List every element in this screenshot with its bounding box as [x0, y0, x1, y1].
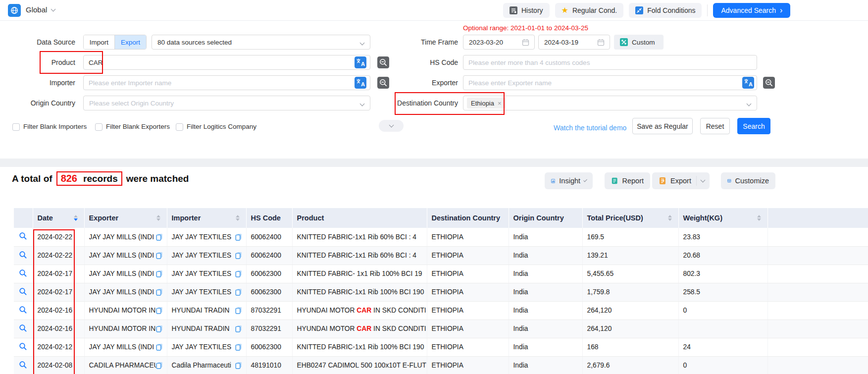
filter-blank-exporters-checkbox[interactable] [95, 123, 102, 131]
copy-icon[interactable] [235, 233, 242, 241]
reset-button[interactable]: Reset [700, 118, 730, 134]
table-row: 2024-02-17JAY JAY MILLS (INDI JAY JAY TE… [14, 283, 868, 301]
sort-caret-icon[interactable] [74, 215, 78, 221]
col-importer[interactable]: Importer [167, 208, 246, 228]
copy-icon[interactable] [156, 362, 163, 369]
origin-country-select[interactable]: Please select Origin Country [83, 96, 370, 110]
magnifier-icon[interactable] [19, 232, 27, 240]
destination-country-select[interactable] [463, 96, 757, 110]
collapse-form-button[interactable] [379, 120, 404, 132]
cell-total-price: 2,679.6 [582, 356, 678, 374]
regular-cond-button[interactable]: ★ Regular Cond. [555, 3, 624, 18]
advanced-search-button[interactable]: Advanced Search › [713, 3, 790, 18]
row-detail-button[interactable] [14, 338, 33, 356]
copy-icon[interactable] [235, 270, 242, 277]
row-detail-button[interactable] [14, 228, 33, 246]
copy-icon[interactable] [235, 362, 242, 369]
magnifier-icon[interactable] [19, 251, 27, 259]
product-input[interactable] [83, 55, 370, 70]
history-button[interactable]: History [503, 3, 550, 18]
copy-icon[interactable] [156, 325, 163, 332]
col-total-price-usd-[interactable]: Total Price(USD) [582, 208, 678, 228]
copy-icon[interactable] [156, 343, 163, 351]
cell-importer: JAY JAY TEXTILES [167, 283, 246, 301]
tutorial-link[interactable]: Watch the tutorial demo [554, 124, 626, 132]
sort-caret-icon[interactable] [668, 215, 672, 221]
filter-logitics-company-checkbox[interactable] [176, 123, 183, 131]
magnifier-icon[interactable] [19, 361, 27, 369]
row-detail-button[interactable] [14, 356, 33, 374]
cell-exporter-text: CADILA PHARMACEUT [89, 362, 156, 369]
region-selector[interactable]: Global [26, 5, 47, 14]
copy-icon[interactable] [156, 307, 163, 314]
chevron-down-icon[interactable] [51, 7, 56, 12]
export-button[interactable]: Export [652, 172, 710, 189]
date-start-input[interactable]: 2023-03-20 [463, 35, 535, 50]
destination-tag-ethiopia[interactable]: Ethiopia × [467, 98, 506, 108]
row-detail-button[interactable] [14, 265, 33, 283]
row-detail-button[interactable] [14, 283, 33, 301]
cell-exporter: HYUNDAI MOTOR IND [84, 301, 167, 320]
col-date[interactable]: Date [33, 208, 84, 228]
magnifier-icon[interactable] [19, 324, 27, 332]
row-detail-button[interactable] [14, 320, 33, 338]
cell-weight: 20.68 [678, 246, 767, 265]
magnifier-minus-icon[interactable] [763, 77, 775, 89]
cell-importer-text: JAY JAY TEXTILES [172, 270, 232, 277]
cell-importer-text: HYUNDAI TRADIN [172, 307, 230, 314]
magnifier-icon[interactable] [19, 306, 27, 314]
optional-range-note: Optional range: 2021-01-01 to 2024-03-25 [463, 24, 588, 32]
copy-icon[interactable] [235, 343, 242, 351]
row-detail-button[interactable] [14, 246, 33, 265]
custom-range-button[interactable]: Custom [614, 35, 664, 50]
cell-exporter: JAY JAY MILLS (INDI [84, 228, 167, 246]
importer-input[interactable] [83, 75, 370, 90]
export-options-button[interactable] [697, 180, 710, 182]
magnifier-icon[interactable] [19, 287, 27, 296]
save-as-regular-button[interactable]: Save as Regular [632, 118, 693, 134]
magnifier-icon[interactable] [19, 269, 27, 277]
cell-origin-country: India [509, 320, 582, 338]
fold-conditions-button[interactable]: Fold Conditions [629, 3, 702, 18]
cell-exporter-text: JAY JAY MILLS (INDI [89, 270, 154, 277]
translate-icon[interactable]: A [742, 77, 754, 89]
magnifier-icon[interactable] [19, 342, 27, 351]
copy-icon[interactable] [235, 252, 242, 259]
search-button[interactable]: Search [737, 118, 770, 134]
copy-icon[interactable] [235, 307, 242, 314]
date-end-input[interactable]: 2024-03-19 [538, 35, 610, 50]
filter-blank-importers-checkbox[interactable] [12, 123, 20, 131]
sort-caret-icon[interactable] [156, 215, 160, 221]
copy-icon[interactable] [156, 288, 163, 296]
col-exporter[interactable]: Exporter [84, 208, 167, 228]
keyword-highlight: CAR [357, 307, 371, 314]
copy-icon[interactable] [156, 270, 163, 277]
row-detail-button[interactable] [14, 301, 33, 320]
exporter-input[interactable] [463, 75, 757, 90]
insight-button[interactable]: Insight [545, 172, 593, 189]
data-sources-select[interactable]: 80 data sources selected [152, 35, 370, 50]
translate-icon[interactable]: A [355, 77, 366, 89]
cell-date: 2024-02-17 [33, 283, 84, 301]
sort-caret-icon[interactable] [757, 215, 761, 221]
export-main[interactable]: Export [652, 177, 696, 185]
cell-exporter-text: JAY JAY MILLS (INDI [89, 233, 154, 241]
app-logo[interactable] [8, 4, 21, 17]
copy-icon[interactable] [235, 325, 242, 332]
origin-country-placeholder: Please select Origin Country [89, 100, 174, 107]
close-icon[interactable]: × [498, 100, 502, 107]
hs-code-input[interactable] [463, 55, 757, 70]
cell-hs-code: 87032291 [246, 301, 292, 320]
col-weight-kg-[interactable]: Weight(KG) [678, 208, 767, 228]
cell-filler [767, 356, 868, 374]
keyword-highlight: CAR [357, 325, 371, 332]
copy-icon[interactable] [235, 288, 242, 296]
customize-button[interactable]: Customize [721, 172, 775, 189]
sort-caret-icon[interactable] [236, 215, 240, 221]
import-toggle[interactable]: Import [84, 35, 115, 49]
copy-icon[interactable] [156, 252, 163, 259]
copy-icon[interactable] [156, 233, 163, 241]
export-toggle[interactable]: Export [115, 35, 146, 49]
translate-icon[interactable]: A [355, 56, 366, 68]
report-button[interactable]: Report [605, 172, 650, 189]
